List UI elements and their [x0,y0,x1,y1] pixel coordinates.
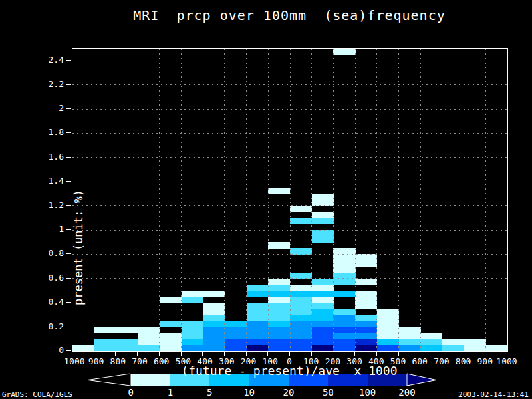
heatmap-cell [268,315,290,321]
heatmap-cell [355,339,377,346]
heatmap-cell [312,303,334,309]
heatmap-cell [355,254,377,261]
vertical-gridline [268,49,269,351]
colorbar-tick-label: 5 [195,387,224,398]
horizontal-gridline [72,230,507,231]
heatmap-cell [268,345,290,351]
y-axis-tick [66,132,71,133]
y-axis-tick [66,253,71,254]
x-axis-tick [354,352,355,356]
heatmap-cell [203,315,225,321]
x-axis-tick [289,352,290,356]
colorbar-tick-label: 0 [116,387,146,398]
heatmap-cell [290,315,312,321]
y-axis-tick [66,350,71,351]
heatmap-cell [182,339,203,346]
heatmap-cell [138,327,160,334]
heatmap-cell [312,345,334,351]
heatmap-cell [312,315,334,321]
heatmap-cell [377,345,399,351]
heatmap-cell [377,315,399,321]
x-axis-tick [72,352,72,356]
vertical-gridline [485,49,486,351]
heatmap-cell [182,291,203,297]
heatmap-cell [94,327,116,334]
x-axis-tick [332,352,333,356]
heatmap-cell [268,242,290,249]
heatmap-cell [333,309,355,315]
vertical-gridline [398,49,399,351]
x-axis-tick [224,352,225,356]
colorbar-tick-label: 1 [156,387,185,398]
heatmap-cell [312,309,334,315]
heatmap-cell [312,285,334,291]
heatmap-cell [312,291,334,297]
heatmap-cell [268,303,290,309]
heatmap-cell [203,291,225,297]
heatmap-plot-area [72,49,507,351]
heatmap-cell [355,291,377,297]
heatmap-cell [94,345,116,351]
heatmap-cell [333,261,355,267]
heatmap-cell [399,345,421,351]
x-axis-tick [485,352,485,356]
heatmap-cell [312,327,334,334]
vertical-gridline [224,49,225,351]
vertical-gridline [290,49,291,351]
vertical-gridline [203,49,203,351]
heatmap-cell [290,333,312,340]
heatmap-cell [138,339,160,346]
heatmap-cell [312,279,334,285]
heatmap-cell [312,333,334,340]
vertical-gridline [376,49,377,351]
x-axis-tick [376,352,377,356]
heatmap-cell [72,345,94,351]
heatmap-cell [225,327,247,334]
heatmap-cell [247,339,269,346]
heatmap-cell [312,212,334,219]
x-axis-tick [137,352,138,356]
heatmap-cell [203,327,225,334]
heatmap-cell [247,291,269,297]
vertical-gridline [311,49,312,351]
heatmap-cell [290,339,312,346]
heatmap-cell [377,327,399,334]
heatmap-cell [333,49,355,55]
heatmap-cell [420,345,442,351]
y-axis-tick-label: 0 [37,345,64,355]
horizontal-gridline [72,278,507,279]
heatmap-cell [312,230,334,237]
heatmap-cell [464,339,486,346]
heatmap-cell [182,327,203,334]
chart-title: MRI prcp over 100mm (sea)frequency [72,7,507,23]
heatmap-cell [464,345,486,351]
y-axis-tick-label: 0.4 [37,297,64,307]
heatmap-cell [138,345,160,351]
heatmap-cell [160,345,182,351]
horizontal-gridline [72,327,507,327]
heatmap-cell [268,309,290,315]
heatmap-cell [268,279,290,285]
horizontal-gridline [72,182,507,182]
heatmap-cell [355,345,377,351]
heatmap-cell [160,339,182,346]
heatmap-cell [247,285,269,291]
x-axis-tick [442,352,442,356]
heatmap-cell [399,333,421,340]
vertical-gridline [116,49,116,351]
x-axis-tick [398,352,399,356]
y-axis-tick-label: 2.2 [37,79,64,89]
y-axis-tick-label: 0.2 [37,321,64,331]
y-axis-tick [66,60,71,61]
heatmap-cell [333,345,355,351]
x-axis-tick [311,352,312,356]
heatmap-cell [182,333,203,340]
heatmap-cell [116,345,138,351]
heatmap-cell [355,333,377,340]
colorbar-tick-label: 200 [392,387,422,398]
y-axis-tick-label: 1.4 [37,176,64,186]
heatmap-cell [225,339,247,346]
heatmap-cell [442,339,464,346]
colorbar-tick-label: 50 [313,387,342,398]
y-axis-tick-label: 0.8 [37,248,64,258]
